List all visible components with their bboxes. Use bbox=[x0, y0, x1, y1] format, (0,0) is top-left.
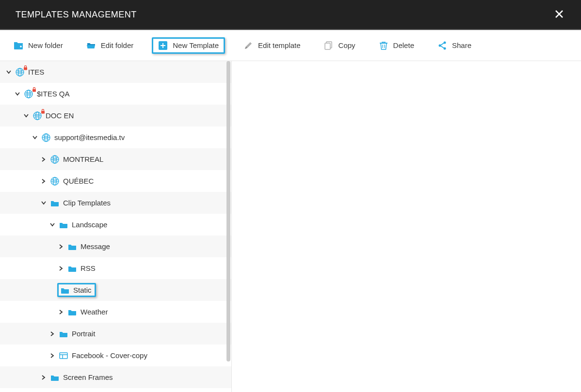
tree-sidebar[interactable]: ITES $ITES QA DOC EN bbox=[0, 61, 232, 392]
selected-node[interactable]: Static bbox=[57, 283, 96, 297]
folder-icon bbox=[59, 221, 68, 228]
chevron-right-icon[interactable] bbox=[41, 375, 47, 380]
chevron-down-icon[interactable] bbox=[49, 222, 55, 228]
globe-icon bbox=[50, 177, 59, 186]
lock-icon bbox=[23, 65, 28, 70]
tree-label: Static bbox=[73, 286, 92, 294]
tree-label: Portrait bbox=[72, 329, 95, 338]
globe-icon bbox=[42, 133, 50, 142]
plus-icon bbox=[158, 41, 168, 50]
template-icon bbox=[59, 352, 68, 360]
tree-label: $ITES QA bbox=[37, 90, 70, 98]
share-label: Share bbox=[452, 41, 471, 49]
tree-label: RSS bbox=[81, 264, 96, 272]
chevron-right-icon[interactable] bbox=[58, 309, 64, 315]
chevron-down-icon[interactable] bbox=[32, 135, 38, 141]
chevron-down-icon[interactable] bbox=[6, 69, 12, 75]
tree-node-static[interactable]: Static bbox=[0, 279, 231, 301]
content-panel bbox=[232, 61, 581, 392]
folder-open-icon bbox=[86, 41, 96, 50]
tree-label: Message bbox=[81, 242, 110, 251]
tree-label: Clip Templates bbox=[63, 199, 111, 207]
chevron-right-icon[interactable] bbox=[58, 266, 64, 271]
tree-label: DOC EN bbox=[46, 111, 74, 120]
tree-node-ites[interactable]: ITES bbox=[0, 61, 231, 83]
globe-icon bbox=[33, 111, 42, 120]
new-template-button[interactable]: New Template bbox=[152, 37, 225, 54]
tree-node-weather[interactable]: Weather bbox=[0, 301, 231, 323]
new-folder-button[interactable]: New folder bbox=[9, 38, 68, 53]
tree-node-quebec[interactable]: QUÉBEC bbox=[0, 170, 231, 192]
tree-node-landscape[interactable]: Landscape bbox=[0, 214, 231, 235]
chevron-down-icon[interactable] bbox=[15, 91, 20, 97]
folder-icon bbox=[50, 200, 59, 206]
tree-node-montreal[interactable]: MONTREAL bbox=[0, 148, 231, 170]
tree-node-facebook[interactable]: Facebook - Cover-copy bbox=[0, 345, 231, 366]
tree-label: support@itesmedia.tv bbox=[54, 133, 125, 141]
tree-label: Facebook - Cover-copy bbox=[72, 351, 147, 360]
globe-icon bbox=[16, 68, 24, 77]
tree-label: Screen Frames bbox=[63, 373, 113, 381]
tree-node-doc-en[interactable]: DOC EN bbox=[0, 105, 231, 126]
tree-node-support[interactable]: support@itesmedia.tv bbox=[0, 126, 231, 148]
copy-label: Copy bbox=[339, 41, 355, 49]
modal-header: TEMPLATES MANAGEMENT bbox=[0, 0, 581, 30]
tree-node-message[interactable]: Message bbox=[0, 235, 231, 257]
copy-icon bbox=[324, 41, 334, 50]
chevron-right-icon[interactable] bbox=[49, 353, 55, 359]
tree-label: QUÉBEC bbox=[63, 177, 94, 185]
edit-folder-button[interactable]: Edit folder bbox=[81, 38, 139, 53]
toolbar: New folder Edit folder New Template Edit… bbox=[0, 30, 581, 61]
chevron-right-icon[interactable] bbox=[41, 157, 47, 162]
modal-title: TEMPLATES MANAGEMENT bbox=[16, 10, 137, 20]
chevron-down-icon[interactable] bbox=[41, 200, 47, 206]
edit-template-label: Edit template bbox=[258, 41, 301, 49]
edit-folder-label: Edit folder bbox=[101, 41, 134, 49]
trash-icon bbox=[379, 41, 388, 50]
chevron-right-icon[interactable] bbox=[49, 331, 55, 337]
folder-icon bbox=[59, 330, 68, 337]
folder-icon bbox=[50, 374, 59, 381]
copy-button[interactable]: Copy bbox=[319, 38, 360, 53]
tree-label: MONTREAL bbox=[63, 155, 103, 163]
share-button[interactable]: Share bbox=[433, 38, 476, 53]
tree-label: Landscape bbox=[72, 220, 107, 229]
tree-node-rss[interactable]: RSS bbox=[0, 257, 231, 279]
tree-node-sites-qa[interactable]: $ITES QA bbox=[0, 83, 231, 105]
delete-label: Delete bbox=[393, 41, 414, 49]
new-folder-label: New folder bbox=[28, 41, 63, 49]
scrollbar-thumb[interactable] bbox=[226, 61, 230, 361]
scrollbar[interactable] bbox=[226, 61, 230, 392]
close-icon bbox=[555, 10, 564, 18]
pencil-icon bbox=[243, 41, 253, 50]
folder-icon bbox=[61, 287, 69, 294]
lock-icon bbox=[41, 109, 45, 114]
chevron-right-icon[interactable] bbox=[58, 244, 64, 250]
tree-label: Weather bbox=[81, 308, 108, 316]
new-template-label: New Template bbox=[173, 41, 219, 49]
tree-node-screen-frames[interactable]: Screen Frames bbox=[0, 366, 231, 388]
share-icon bbox=[437, 41, 447, 50]
tree-label: ITES bbox=[28, 68, 44, 76]
folder-icon bbox=[68, 265, 77, 272]
chevron-down-icon[interactable] bbox=[23, 113, 29, 119]
folder-icon bbox=[68, 243, 77, 250]
delete-button[interactable]: Delete bbox=[374, 38, 419, 53]
globe-icon bbox=[24, 90, 33, 98]
edit-template-button[interactable]: Edit template bbox=[239, 38, 306, 53]
chevron-right-icon[interactable] bbox=[41, 178, 47, 184]
close-button[interactable] bbox=[551, 6, 567, 23]
tree-node-portrait[interactable]: Portrait bbox=[0, 323, 231, 345]
lock-icon bbox=[32, 87, 36, 92]
globe-icon bbox=[50, 155, 59, 164]
folder-plus-icon bbox=[14, 41, 23, 50]
tree-node-clip-templates[interactable]: Clip Templates bbox=[0, 192, 231, 214]
folder-icon bbox=[68, 309, 77, 315]
